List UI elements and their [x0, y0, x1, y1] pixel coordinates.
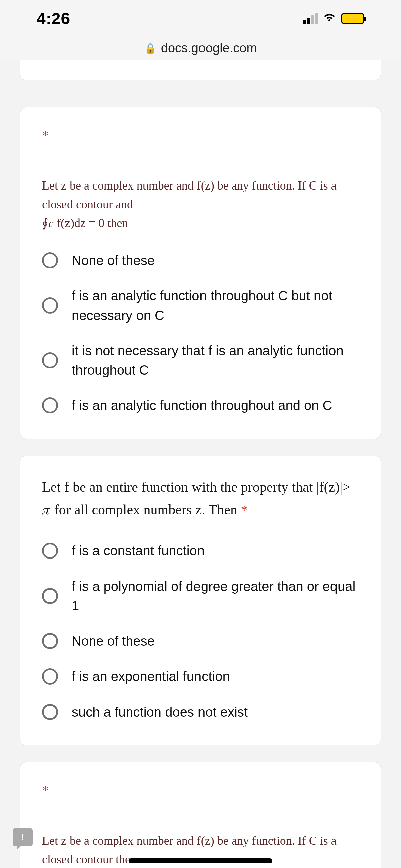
option-label: f is an analytic function throughout C b…: [71, 286, 359, 325]
radio-icon: [42, 588, 58, 604]
option-label: f is a constant function: [71, 541, 205, 560]
battery-charging-icon: ⚡: [341, 13, 364, 24]
question-2-prompt: Let f be an entire function with the pro…: [42, 476, 359, 521]
option-label: such a function does not exist: [71, 702, 248, 722]
radio-icon: [42, 633, 58, 649]
option-label: None of these: [71, 251, 155, 270]
radio-icon: [42, 543, 58, 559]
home-indicator[interactable]: [129, 858, 272, 863]
required-asterisk: *: [241, 502, 247, 517]
status-bar: 4:26 ⚡: [0, 0, 401, 37]
status-time: 4:26: [37, 9, 70, 28]
question-1-prompt: Let z be a complex number and f(z) be an…: [42, 177, 359, 232]
radio-icon: [42, 298, 58, 313]
bolt-icon: ⚡: [348, 14, 357, 23]
previous-card-bottom: [20, 60, 381, 80]
lock-icon: 🔒: [144, 42, 156, 54]
required-asterisk: *: [42, 782, 359, 798]
radio-icon: [42, 669, 58, 684]
radio-icon: [42, 704, 58, 720]
report-problem-button[interactable]: !: [13, 828, 33, 846]
q2-text: Let f be an entire function with the pro…: [42, 479, 350, 517]
q1-line1: Let z be a complex number and f(z) be an…: [42, 179, 337, 211]
q2-option-e[interactable]: such a function does not exist: [42, 702, 359, 722]
required-asterisk: *: [42, 127, 359, 143]
radio-icon: [42, 397, 58, 413]
wifi-icon: [323, 13, 336, 24]
option-label: None of these: [71, 631, 155, 651]
status-icons: ⚡: [303, 13, 364, 24]
q2-option-d[interactable]: f is an exponential function: [42, 667, 359, 686]
question-card-2: Let f be an entire function with the pro…: [20, 456, 381, 745]
cellular-signal-icon: [303, 13, 318, 24]
question-card-1: * Let z be a complex number and f(z) be …: [20, 107, 381, 439]
radio-icon: [42, 252, 58, 269]
form-content: * Let z be a complex number and f(z) be …: [0, 60, 401, 868]
q1-option-c[interactable]: it is not necessary that f is an analyti…: [42, 341, 359, 380]
q2-option-c[interactable]: None of these: [42, 631, 359, 651]
q2-option-b[interactable]: f is a polynomial of degree greater than…: [42, 577, 359, 615]
q2-option-a[interactable]: f is a constant function: [42, 541, 359, 560]
q2-options: f is a constant function f is a polynomi…: [42, 541, 359, 722]
option-label: it is not necessary that f is an analyti…: [71, 341, 359, 380]
q1-option-b[interactable]: f is an analytic function throughout C b…: [42, 286, 359, 325]
question-card-3: * Let z be a complex number and f(z) be …: [20, 762, 381, 868]
exclamation-icon: !: [21, 832, 24, 843]
option-label: f is a polynomial of degree greater than…: [71, 577, 359, 615]
browser-url-bar[interactable]: 🔒 docs.google.com: [0, 37, 401, 60]
url-text: docs.google.com: [161, 41, 257, 56]
option-label: f is an exponential function: [71, 667, 230, 686]
radio-icon: [42, 352, 58, 368]
q1-line2: ∮𝑐 f(z)dz = 0 then: [42, 216, 128, 229]
q1-option-a[interactable]: None of these: [42, 251, 359, 270]
option-label: f is an analytic function throughout and…: [71, 396, 333, 415]
q1-options: None of these f is an analytic function …: [42, 251, 359, 415]
q1-option-d[interactable]: f is an analytic function throughout and…: [42, 396, 359, 415]
